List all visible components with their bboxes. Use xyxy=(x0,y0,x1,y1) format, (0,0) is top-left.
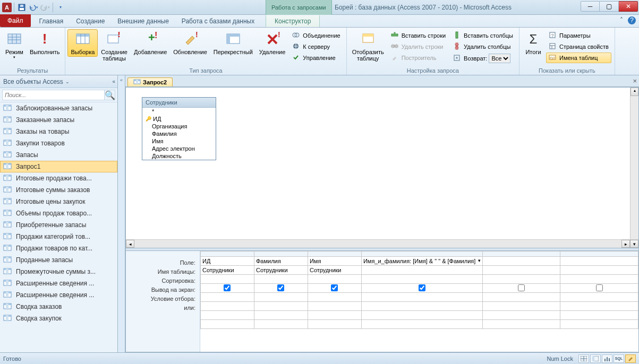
nav-item[interactable]: Сводка закупок xyxy=(0,313,117,324)
field-cell[interactable] xyxy=(482,257,560,266)
criteria-cell[interactable] xyxy=(482,302,560,311)
table-names-button[interactable]: xyzИмена таблиц xyxy=(546,53,611,63)
criteria-cell[interactable] xyxy=(482,311,560,320)
grid-body[interactable]: ИДФамилияИмяИмя_и_фамилия: [Имя] & " " &… xyxy=(200,251,638,352)
table-cell[interactable] xyxy=(560,266,638,275)
tab-external-data[interactable]: Внешние данные xyxy=(111,15,175,27)
parameters-button[interactable]: ?Параметры xyxy=(546,30,611,41)
nav-item[interactable]: Продажи категорий тов... xyxy=(0,231,117,242)
nav-item[interactable]: Проданные запасы xyxy=(0,254,117,266)
column-selector[interactable] xyxy=(254,252,308,257)
nav-collapse-icon[interactable]: « xyxy=(112,79,115,84)
tab-home[interactable]: Главная xyxy=(33,15,70,27)
criteria-cell[interactable] xyxy=(560,302,638,311)
save-icon[interactable] xyxy=(16,2,27,13)
table-pane[interactable]: Сотрудники *🔑ИДОрганизацияФамилияИмяАдре… xyxy=(126,88,638,239)
field-cell[interactable]: Имя xyxy=(308,257,361,266)
nav-item[interactable]: Расширенные сведения ... xyxy=(0,289,117,301)
delete-query-button[interactable]: ! Удаление xyxy=(256,29,289,57)
tab-file[interactable]: Файл xyxy=(0,14,31,27)
criteria-cell[interactable] xyxy=(308,311,361,320)
search-input[interactable] xyxy=(2,90,105,100)
criteria-cell[interactable] xyxy=(361,311,482,320)
sort-cell[interactable] xyxy=(560,275,638,284)
upper-hscrollbar[interactable]: ◂▸▾ xyxy=(126,239,638,248)
criteria-cell[interactable] xyxy=(308,293,361,302)
show-cell[interactable] xyxy=(361,284,482,293)
delete-rows-button[interactable]: Удалить строки xyxy=(388,41,448,52)
close-button[interactable]: ✕ xyxy=(619,1,638,12)
return-combo[interactable]: Возврат: Все xyxy=(450,53,516,64)
column-selector[interactable] xyxy=(560,252,638,257)
criteria-cell[interactable] xyxy=(361,320,482,329)
run-button[interactable]: ! Выполнить xyxy=(27,29,63,57)
criteria-cell[interactable] xyxy=(560,311,638,320)
criteria-cell[interactable] xyxy=(482,293,560,302)
table-card-title[interactable]: Сотрудники xyxy=(142,98,216,108)
sort-cell[interactable] xyxy=(361,275,482,284)
undo-icon[interactable]: ▾ xyxy=(28,2,39,13)
document-tab[interactable]: Запрос2 xyxy=(127,77,173,86)
criteria-cell[interactable] xyxy=(254,302,308,311)
nav-item[interactable]: Приобретенные запасы xyxy=(0,219,117,231)
table-field[interactable]: 🔑ИД xyxy=(142,115,216,123)
crosstab-button[interactable]: Перекрестный xyxy=(210,29,256,57)
sql-view-icon[interactable]: SQL xyxy=(614,354,624,363)
column-selector[interactable] xyxy=(361,252,482,257)
table-card[interactable]: Сотрудники *🔑ИДОрганизацияФамилияИмяАдре… xyxy=(142,97,216,160)
sort-cell[interactable] xyxy=(482,275,560,284)
search-icon[interactable]: 🔍 xyxy=(105,90,115,100)
append-button[interactable]: +! Добавление xyxy=(131,29,170,57)
minimize-button[interactable]: ─ xyxy=(581,1,600,12)
nav-item[interactable]: Заказы на товары xyxy=(0,126,117,137)
criteria-cell[interactable] xyxy=(201,293,254,302)
field-cell[interactable]: ИД xyxy=(201,257,254,266)
data-definition-button[interactable]: Управление xyxy=(289,53,343,63)
insert-columns-button[interactable]: Вставить столбцы xyxy=(450,30,516,41)
table-cell[interactable] xyxy=(361,266,482,275)
table-cell[interactable] xyxy=(482,266,560,275)
builder-button[interactable]: Построитель xyxy=(388,53,448,63)
criteria-cell[interactable] xyxy=(201,311,254,320)
make-table-button[interactable]: ! Создание таблицы xyxy=(98,29,131,63)
table-field[interactable]: Организация xyxy=(142,123,216,130)
criteria-cell[interactable] xyxy=(361,293,482,302)
union-button[interactable]: Объединение xyxy=(289,30,343,41)
tab-design[interactable]: Конструктор xyxy=(266,15,320,27)
view-button[interactable]: Режим ▾ xyxy=(2,29,27,61)
table-field[interactable]: Должность xyxy=(142,152,216,160)
nav-item[interactable]: Заблокированные запасы xyxy=(0,102,117,114)
redo-icon[interactable]: ▾ xyxy=(40,2,50,13)
help-icon[interactable]: ? xyxy=(628,16,636,24)
nav-pane-header[interactable]: Все объекты Access ⌄ « xyxy=(0,75,117,88)
column-selector[interactable] xyxy=(201,252,254,257)
nav-list[interactable]: Заблокированные запасыЗаказанные запасыЗ… xyxy=(0,102,117,352)
show-cell[interactable] xyxy=(201,284,254,293)
table-field[interactable]: Имя xyxy=(142,137,216,145)
nav-item[interactable]: Запрос1 xyxy=(0,161,117,172)
property-sheet-button[interactable]: Страница свойств xyxy=(546,41,611,52)
insert-rows-button[interactable]: Вставить строки xyxy=(388,30,448,41)
chart-view-icon[interactable] xyxy=(602,354,612,363)
maximize-button[interactable]: ▢ xyxy=(600,1,619,12)
nav-item[interactable]: Расширенные сведения ... xyxy=(0,278,117,289)
totals-button[interactable]: Σ Итоги xyxy=(522,29,545,57)
column-selector[interactable] xyxy=(482,252,560,257)
column-selector[interactable] xyxy=(308,252,361,257)
criteria-cell[interactable] xyxy=(482,320,560,329)
nav-item[interactable]: Заказанные запасы xyxy=(0,114,117,126)
nav-item[interactable]: Итоговые продажи това... xyxy=(0,172,117,184)
criteria-cell[interactable] xyxy=(254,320,308,329)
table-cell[interactable]: Сотрудники xyxy=(254,266,308,275)
show-cell[interactable] xyxy=(482,284,560,293)
show-cell[interactable] xyxy=(254,284,308,293)
nav-item[interactable]: Продажи товаров по кат... xyxy=(0,242,117,254)
criteria-cell[interactable] xyxy=(254,293,308,302)
sort-cell[interactable] xyxy=(254,275,308,284)
sort-cell[interactable] xyxy=(308,275,361,284)
field-cell[interactable]: Имя_и_фамилия: [Имя] & " " & [Фамилия]▾ xyxy=(361,257,482,266)
criteria-cell[interactable] xyxy=(361,302,482,311)
criteria-cell[interactable] xyxy=(308,320,361,329)
delete-columns-button[interactable]: Удалить столбцы xyxy=(450,41,516,52)
select-query-button[interactable]: Выборка xyxy=(67,29,98,57)
